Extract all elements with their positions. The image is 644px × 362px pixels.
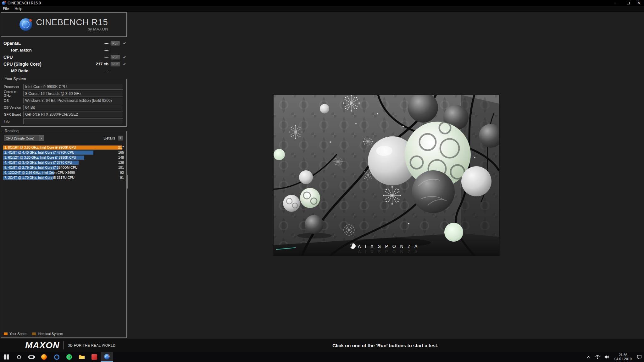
your-system-box: Your System Processor Intel Core i9-9900… [1,79,127,127]
ranking-entry-label: 6. 12C/24T @ 2.66 GHz, Intel Xeon CPU X5… [4,170,75,175]
chevron-up-icon [587,356,591,358]
ranking-box: Ranking CPU (Single Core) ▼ Details + 1.… [1,131,127,338]
check-icon[interactable]: ✔ [123,54,126,61]
footer-bar: MAXON 3D FOR THE REAL WORLD Click on one… [0,339,644,352]
run-cpu-button[interactable]: Run [110,55,120,60]
notification-icon [637,355,642,359]
titlebar: CINEBENCH R15.0 ✕ [0,0,644,6]
close-button[interactable]: ✕ [633,0,644,6]
ranking-filter-dropdown[interactable]: CPU (Single Core) ▼ [4,135,44,141]
benchmark-value: --- [104,47,108,54]
check-icon[interactable]: ✔ [123,61,126,68]
ranking-row: 2. 4C/8T @ 4.40 GHz, Intel Core i7-4770K… [3,150,124,155]
run-cpu-single-button[interactable]: Run [110,62,120,67]
system-row: GFX Board GeForce RTX 2080/PCIe/SSE2 [1,111,126,118]
system-field-label: CB Version [4,106,23,109]
ranking-controls: CPU (Single Core) ▼ Details + [1,134,126,143]
benchmark-value: --- [104,40,108,47]
details-label: Details [103,136,115,140]
render-watermark: A I X S P O N Z A [358,244,419,249]
system-row: OS Windows 8, 64 Bit, Professional Editi… [1,97,126,104]
benchmark-label: CPU [3,54,13,61]
taskbar: 21:36 04.01.2019 [0,352,644,362]
ranking-entry-score: 148 [118,155,124,160]
ranking-title: Ranking [3,129,20,133]
menu-file[interactable]: File [0,7,12,11]
desktop: CINEBENCH R15.0 ✕ File Help CINEBENCH R1… [0,0,644,362]
task-view-button[interactable] [25,352,38,362]
run-opengl-button[interactable]: Run [110,41,120,46]
ranking-entry-label: 7. 2C/4T @ 1.70 GHz, Intel Core i5-3317U… [4,175,75,180]
system-row: Info [1,118,126,125]
ranking-legend: Your Score Identical System [4,332,63,336]
your-score-swatch [4,332,8,335]
taskbar-blue-o-app[interactable] [50,352,63,362]
search-button[interactable] [13,352,25,362]
system-field-label: Cores x GHz [4,90,23,97]
ranking-entry-score: 165 [118,150,124,155]
system-row: CB Version 64 Bit [1,104,126,111]
ranking-list: 1. 8C/16T @ 3.60 GHz, Intel Core i9-9900… [3,145,124,180]
menu-help[interactable]: Help [12,7,25,11]
system-field-label: GFX Board [4,112,23,116]
taskbar-spotify[interactable] [63,352,75,362]
legend-label: Identical System [38,332,63,336]
menubar: File Help [0,6,644,12]
taskbar-clock[interactable]: 21:36 04.01.2019 [612,353,635,361]
minimize-button[interactable] [612,0,623,6]
benchmark-row-cpu: CPU --- Run ✔ [1,54,127,61]
ranking-row: 1. 8C/16T @ 3.60 GHz, Intel Core i9-9900… [3,145,124,150]
ranking-entry-score: 101 [118,165,124,170]
system-tray: 21:36 04.01.2019 [585,352,644,362]
start-button[interactable] [0,352,13,362]
system-row: Processor Intel Core i9-9900K CPU [1,83,126,90]
info-field[interactable] [23,118,123,124]
check-icon[interactable]: ✔ [123,40,126,47]
firefox-icon [41,354,47,360]
taskbar-red-app[interactable] [88,352,101,362]
ranking-row: 4. 4C/8T @ 3.40 GHz, Intel Core i7-3770 … [3,160,124,165]
taskbar-firefox[interactable] [38,352,50,362]
run-hint-text: Click on one of the ‘Run’ buttons to sta… [127,339,644,352]
brand-byline: by MAXON [36,27,108,31]
render-watermark-reflection: A I X S P O N Z A [358,249,419,254]
maxon-tagline: 3D FOR THE REAL WORLD [68,343,115,347]
ranking-row: 6. 12C/24T @ 2.66 GHz, Intel Xeon CPU X5… [3,170,124,175]
ranking-entry-label: 5. 4C/8T @ 2.79 GHz, Intel Core i7-3840Q… [4,165,77,170]
ranking-entry-score: 217 [118,145,124,150]
ranking-entry-label: 4. 4C/8T @ 3.40 GHz, Intel Core i7-3770 … [4,160,72,165]
chevron-down-icon: ▼ [39,135,44,141]
legend-your-score: Your Score [4,332,26,336]
benchmark-value: --- [104,68,108,74]
benchmark-label: Ref. Match [11,47,32,54]
tray-network[interactable] [593,352,602,362]
windows-logo-icon [4,354,9,359]
maxon-logo: MAXON [25,340,59,350]
panel-resize-handle[interactable] [127,175,128,189]
ranking-row: 7. 2C/4T @ 1.70 GHz, Intel Core i5-3317U… [3,175,124,180]
benchmark-score-value: 217 cb [96,61,108,68]
brand-box: CINEBENCH R15 by MAXON [1,12,127,37]
taskbar-file-explorer[interactable] [75,352,88,362]
cb-version-field: 64 Bit [23,105,123,110]
ranking-entry-label: 3. 6C/12T @ 3.30 GHz, Intel Core i7-3930… [4,155,76,160]
tray-expand-button[interactable] [585,352,593,362]
action-center-button[interactable] [635,352,644,362]
left-panel: CINEBENCH R15 by MAXON OpenGL --- Run ✔ … [1,12,127,338]
maximize-button[interactable] [623,0,633,6]
ranking-filter-value: CPU (Single Core) [6,136,39,140]
details-expand-button[interactable]: + [118,135,123,141]
gfx-board-field: GeForce RTX 2080/PCIe/SSE2 [23,112,123,117]
red-app-icon [92,354,97,360]
taskbar-cinebench-active[interactable] [101,352,113,362]
clock-time: 21:36 [619,353,628,357]
file-explorer-icon [79,354,85,359]
render-preview-image: A I X S P O N Z A A I X S P O N Z A [274,95,499,256]
window-title: CINEBENCH R15.0 [8,1,41,5]
benchmark-row-refmatch: Ref. Match --- [1,47,127,54]
tray-volume[interactable] [602,352,612,362]
benchmark-list: OpenGL --- Run ✔ Ref. Match --- CPU --- … [1,37,127,76]
benchmark-row-mpratio: MP Ratio --- [1,68,127,74]
speaker-icon [604,355,609,359]
task-view-icon [29,355,34,359]
